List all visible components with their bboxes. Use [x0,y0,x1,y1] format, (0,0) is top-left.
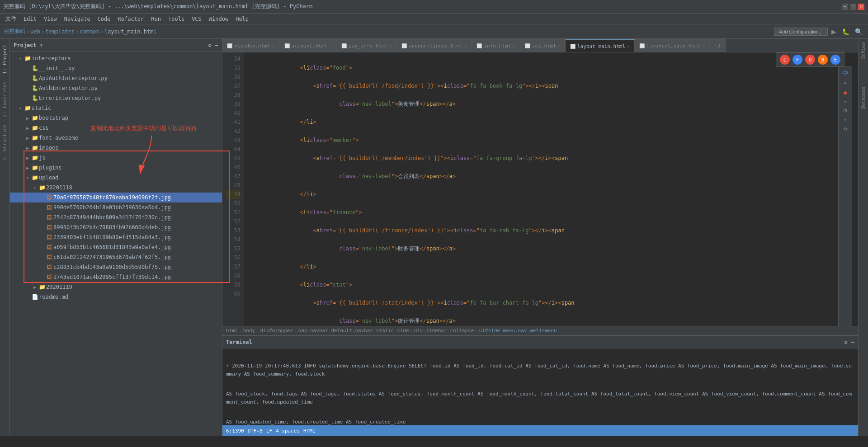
debug-button[interactable]: 🐛 [840,27,851,36]
status-linesep[interactable]: LF [266,428,272,434]
editor-area: ⬜ x\index.html ✕ ⬜ account.html ✕ ⬜ pay_… [222,39,858,436]
tree-item-interceptors[interactable]: ▾ 📁 interceptors [10,53,222,63]
tab-close-icon[interactable]: ✕ [464,43,467,48]
breadcrumb-file[interactable]: layout_main.html [104,28,157,35]
menu-item-文件[interactable]: 文件 [2,14,20,24]
menu-item-code[interactable]: Code [94,14,114,24]
menu-item-tools[interactable]: Tools [165,14,188,24]
brave-icon[interactable]: B [818,55,828,65]
structure-panel-label[interactable]: Z: Structure [1,123,9,162]
grid-icon[interactable]: ⊞ [844,108,847,114]
tree-item-readme[interactable]: 📄 readme.md [10,292,222,302]
project-panel-label[interactable]: 1: Project [1,42,9,76]
tree-item-plugins[interactable]: ▶ 📁 plugins [10,163,222,173]
collapse-icon[interactable]: − [215,42,218,48]
path-body[interactable]: body [243,328,255,334]
menu-item-edit[interactable]: Edit [20,14,40,24]
code-line-45: </li> [248,262,854,271]
tab-set[interactable]: ⬜ set.html ✕ [520,39,566,52]
breadcrumb-common[interactable]: common [80,28,99,35]
tab-xindex[interactable]: ⬜ x\index.html ✕ [222,39,280,52]
tab-payinfo[interactable]: ⬜ pay_info.html ✕ [337,39,397,52]
path-divwrapper[interactable]: div#wrapper [260,328,293,334]
path-divcollapse[interactable]: div.sidebar-collapse [414,328,474,334]
run-button[interactable]: ▶ [830,27,838,36]
path-ul[interactable]: ul#side-menu.nav.metismenu [479,328,557,334]
tree-item-jpg1[interactable]: 🖼 70a6f976587b48fc870eaba19d096f2f.jpg [10,193,222,202]
tab-account[interactable]: ⬜ account.html ✕ [280,39,337,52]
database-label[interactable]: Database [861,87,866,108]
tree-item-bootstrap[interactable]: ▶ 📁 bootstrap [10,113,222,123]
maximize-button[interactable]: □ [850,4,856,10]
firefox-icon[interactable]: F [793,55,802,65]
code-content[interactable]: <li class="food"> <a href="{{ buildUrl('… [244,52,858,326]
tree-item-auth[interactable]: 🐍 AuthInterceptor.py [10,83,222,93]
close-button[interactable]: ✕ [858,4,864,10]
tab-financeindex[interactable]: ⬜ finance\index.html ✕ [635,39,710,52]
tree-item-css[interactable]: ▶ 📁 css [10,123,222,133]
edge-icon[interactable]: E [830,55,840,65]
status-indent[interactable]: 4 spaces [276,428,300,434]
favorites-panel-label[interactable]: 2: Favorites [1,80,9,119]
tab-accountindex[interactable]: ⬜ account\index.html ✕ [397,39,472,52]
tree-item-images[interactable]: ▶ 📁 images [10,143,222,153]
tree-item-jpg3[interactable]: 🖼 2542d87349444bbc809a3417476f230c.jpg [10,212,222,222]
upload-icon[interactable]: ↑ [844,117,847,123]
tab-close-icon[interactable]: ✕ [329,43,332,48]
tree-item-upload[interactable]: ▾ 📁 upload [10,173,222,183]
tree-item-jpg6[interactable]: 🖼 a059fb853b1c465681d31843a9a0afe4.jpg [10,242,222,252]
tab-more[interactable]: +2 [710,39,725,52]
bullet-icon[interactable]: • [844,80,847,87]
breadcrumb-templates[interactable]: templates [45,28,75,35]
tab-close-icon[interactable]: ✕ [558,43,561,48]
tree-item-init[interactable]: 🐍 __init__.py [10,63,222,73]
settings2-icon[interactable]: ⚙ [844,126,847,132]
menu-item-refactor[interactable]: Refactor [114,14,148,24]
tree-item-jpg5[interactable]: 🖼 2339403ebf1b48109b80efd515da84a3.jpg [10,232,222,242]
tree-item-jpg7[interactable]: 🖼 c61da02124274731965d670ab74f62f5.jpg [10,252,222,262]
tree-item-jpg9[interactable]: 🖼 d743ed1071ac4b2995cff137f739dc14.jpg [10,272,222,282]
menu-item-help[interactable]: Help [232,14,252,24]
settings-icon[interactable]: ⚙ [208,42,212,48]
translate-icon[interactable]: 中 [842,70,849,78]
tree-item-apiauth[interactable]: 🐍 ApiAuthInterceptor.py [10,73,222,83]
code-editor[interactable]: 3435363738 3940414243 4445464748 495051 … [222,52,858,326]
menu-item-navigate[interactable]: Navigate [61,14,94,24]
status-lang[interactable]: HTML [303,428,316,434]
status-encoding[interactable]: UTF-8 [248,428,263,434]
breadcrumb-root[interactable]: 完整源码 [4,28,25,35]
terminal-content[interactable]: + 2020-11-19 20:17:48,613 INFO sqlalchem… [222,348,858,425]
circle-icon[interactable]: ◉ [844,89,847,96]
tab-layoutmain[interactable]: ⬜ layout_main.html ✕ [566,39,635,52]
minimize-button[interactable]: − [842,4,848,10]
add-configuration-button[interactable]: Add Configuration... [774,28,828,36]
tree-item-js[interactable]: ▶ 📁 js [10,153,222,163]
tree-item-error[interactable]: 🐍 ErrorInterceptor.py [10,93,222,103]
tab-close-icon[interactable]: ✕ [272,43,274,48]
menu-item-vcs[interactable]: VCS [188,14,205,24]
path-html[interactable]: html [226,328,238,334]
path-nav[interactable]: nav.navbar-default.navbar-static-side [298,328,409,334]
menu-item-view[interactable]: View [40,14,61,24]
tab-close-icon[interactable]: ✕ [627,44,630,49]
tab-info[interactable]: ⬜ info.html ✕ [472,39,520,52]
tree-item-fontawesome[interactable]: ▶ 📁 font-awesome [10,133,222,143]
tab-close-icon[interactable]: ✕ [513,43,515,48]
tree-item-static[interactable]: ▾ 📁 static [10,103,222,113]
search-button[interactable]: 🔍 [853,27,864,36]
tab-close-icon[interactable]: ✕ [389,43,392,48]
menu-item-run[interactable]: Run [147,14,165,24]
terminal-minimize-icon[interactable]: − [851,339,854,345]
tree-item-jpg4[interactable]: 🖼 89950f3b262b4c70883fb92b660d4deb.jpg [10,222,222,232]
menu-item-window[interactable]: Window [205,14,232,24]
opera-icon[interactable]: O [805,55,815,65]
chrome-icon[interactable]: C [780,55,790,65]
terminal-settings-icon[interactable]: ⚙ [844,339,848,345]
tree-item-jpg8[interactable]: 🖼 c28831cb4bd143a0a9100d5d5590bf75.jpg [10,262,222,272]
tree-item-20201118[interactable]: ▾ 📁 20201118 [10,183,222,193]
scissors-icon[interactable]: ✂ [844,99,847,105]
tab-close-icon[interactable]: ✕ [702,43,705,48]
tree-item-jpg2[interactable]: 🖼 990de5700b264b18a03bb239630aa5b4.jpg [10,202,222,212]
breadcrumb-web[interactable]: web [30,28,40,35]
tree-item-20201119[interactable]: ▶ 📁 20201119 [10,282,222,292]
